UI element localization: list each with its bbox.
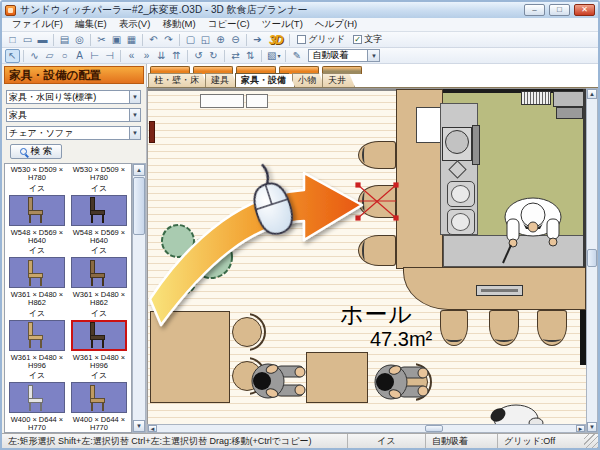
paste-button[interactable]: ▦ — [124, 33, 139, 47]
flip-vertical-button[interactable]: ⇅ — [243, 49, 258, 63]
fit-view-button[interactable]: ▢ — [183, 33, 198, 47]
furniture-item[interactable]: W548 × D569 × H640イス — [7, 229, 67, 292]
item-thumbnail[interactable] — [9, 195, 65, 226]
furniture-list-scrollbar[interactable]: ▲ ▼ — [132, 163, 146, 433]
subcategory-select[interactable]: 家具▼ — [6, 108, 141, 122]
scroll-right-icon[interactable]: ► — [576, 425, 585, 432]
scrollbar-thumb[interactable] — [133, 177, 145, 235]
nudge-up-button[interactable]: ⇈ — [169, 49, 184, 63]
tab-建具[interactable]: 建具 — [205, 73, 238, 87]
type-select[interactable]: チェア・ソファ▼ — [6, 126, 141, 140]
resize-grip[interactable] — [584, 434, 598, 448]
search-button[interactable]: 検 索 — [10, 144, 62, 159]
dimension-tool-button[interactable]: ⊢ — [87, 49, 102, 63]
chevron-down-icon[interactable]: ▼ — [129, 109, 140, 121]
scroll-up-icon[interactable]: ▲ — [587, 89, 597, 99]
bar-stool[interactable] — [489, 310, 519, 346]
horizontal-scrollbar[interactable]: ◄ ► — [147, 424, 586, 433]
menu-item[interactable]: ファイル(F) — [6, 18, 69, 31]
open-button[interactable]: ▭ — [20, 33, 35, 47]
chevron-down-icon[interactable]: ▾ — [277, 52, 280, 59]
round-chair[interactable] — [232, 361, 262, 391]
floor-plan-canvas[interactable]: ホール 47.3m² — [147, 88, 586, 424]
furniture-item[interactable]: W400 × D644 × H770イス — [69, 416, 129, 433]
chevron-down-icon[interactable]: ▼ — [129, 127, 140, 139]
item-thumbnail[interactable] — [71, 382, 127, 413]
tab-家具・設備[interactable]: 家具・設備 — [235, 73, 295, 87]
new-button[interactable]: □ — [5, 33, 20, 47]
menu-item[interactable]: 編集(E) — [69, 18, 113, 31]
item-thumbnail[interactable] — [71, 257, 127, 288]
grid-checkbox-box[interactable] — [297, 35, 306, 44]
zoom-in-button[interactable]: ⊕ — [213, 33, 228, 47]
scroll-left-icon[interactable]: ◄ — [148, 425, 157, 432]
select-tool-button[interactable]: ↖ — [5, 49, 20, 63]
nudge-right-button[interactable]: » — [139, 49, 154, 63]
bar-stool[interactable] — [358, 235, 396, 266]
tab-小物[interactable]: 小物 — [292, 73, 325, 87]
square-table[interactable] — [306, 352, 368, 403]
text-checkbox-box[interactable]: ✓ — [353, 35, 362, 44]
furniture-item[interactable]: W530 × D509 × H780イス — [69, 166, 129, 229]
rotate-right-button[interactable]: ↻ — [206, 49, 221, 63]
nudge-down-button[interactable]: ⇊ — [154, 49, 169, 63]
round-chair[interactable] — [398, 367, 428, 397]
bar-stool[interactable] — [440, 310, 468, 346]
furniture-item[interactable]: W400 × D644 × H770イス — [7, 416, 67, 433]
menu-item[interactable]: コピー(C) — [202, 18, 256, 31]
furniture-item[interactable]: W361 × D480 × H996イス — [69, 354, 129, 417]
polyline-tool-button[interactable]: ∿ — [27, 49, 42, 63]
flip-horizontal-button[interactable]: ⇄ — [228, 49, 243, 63]
pen-button[interactable]: ✎ — [289, 49, 304, 63]
tab-天井[interactable]: 天井 — [322, 73, 355, 87]
category-select[interactable]: 家具・水回り等(標準)▼ — [6, 90, 141, 104]
close-button[interactable]: ✕ — [574, 4, 595, 16]
3d-view-button[interactable]: 3D — [265, 33, 286, 47]
item-thumbnail-selected[interactable] — [71, 320, 127, 351]
copy-button[interactable]: ▣ — [109, 33, 124, 47]
menu-item[interactable]: 表示(V) — [113, 18, 157, 31]
furniture-item[interactable]: W548 × D569 × H640イス — [69, 229, 129, 292]
scroll-up-icon[interactable]: ▲ — [133, 164, 145, 176]
dining-table[interactable] — [150, 311, 230, 403]
zoom-region-button[interactable]: ◱ — [198, 33, 213, 47]
item-thumbnail[interactable] — [9, 257, 65, 288]
undo-button[interactable]: ↶ — [146, 33, 161, 47]
scrollbar-thumb[interactable] — [587, 249, 597, 267]
menu-item[interactable]: ツール(T) — [256, 18, 309, 31]
menu-item[interactable]: ヘルプ(H) — [309, 18, 363, 31]
scroll-down-icon[interactable]: ▼ — [587, 422, 597, 432]
scroll-down-icon[interactable]: ▼ — [133, 420, 145, 432]
print-button[interactable]: ▤ — [57, 33, 72, 47]
round-chair[interactable] — [232, 317, 262, 347]
select-mode-button[interactable]: ▧▾ — [265, 49, 282, 63]
zoom-out-button[interactable]: ⊖ — [228, 33, 243, 47]
tab-柱・壁・床[interactable]: 柱・壁・床 — [148, 73, 208, 87]
print-preview-button[interactable]: ◎ — [72, 33, 87, 47]
rotate-left-button[interactable]: ↺ — [191, 49, 206, 63]
chevron-down-icon[interactable]: ▼ — [129, 91, 140, 103]
bar-stool[interactable] — [537, 310, 567, 346]
item-thumbnail[interactable] — [71, 195, 127, 226]
furniture-item[interactable]: W361 × D480 × H862イス — [7, 291, 67, 354]
cut-button[interactable]: ✂ — [94, 33, 109, 47]
grid-checkbox[interactable]: グリッド — [297, 33, 345, 46]
save-button[interactable]: ▬ — [35, 33, 50, 47]
ellipse-tool-button[interactable]: ○ — [57, 49, 72, 63]
item-thumbnail[interactable] — [9, 382, 65, 413]
nudge-left-button[interactable]: « — [124, 49, 139, 63]
furniture-item[interactable]: W361 × D480 × H996イス — [7, 354, 67, 417]
menu-item[interactable]: 移動(M) — [156, 18, 201, 31]
redo-button[interactable]: ↷ — [161, 33, 176, 47]
bar-stool[interactable] — [358, 185, 396, 218]
dimension-tool-2-button[interactable]: ⊣ — [102, 49, 117, 63]
maximize-button[interactable]: □ — [549, 4, 570, 16]
text-tool-button[interactable]: A — [72, 49, 87, 63]
item-thumbnail[interactable] — [9, 320, 65, 351]
bar-stool[interactable] — [358, 141, 396, 169]
furniture-item[interactable]: W361 × D480 × H862イス — [69, 291, 129, 354]
minimize-button[interactable]: – — [524, 4, 545, 16]
walkthrough-button[interactable]: ➔ — [250, 33, 265, 47]
furniture-item[interactable]: W530 × D509 × H780イス — [7, 166, 67, 229]
vertical-scrollbar[interactable]: ▲ ▼ — [586, 88, 598, 433]
